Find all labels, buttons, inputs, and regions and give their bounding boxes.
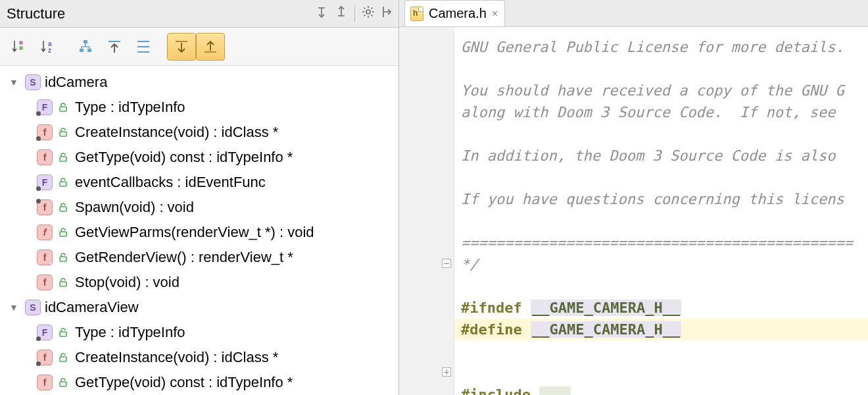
method-icon: f: [37, 149, 53, 165]
tree-label: CreateInstance(void) : idClass *: [75, 124, 278, 141]
tree-member-row[interactable]: fCreateInstance(void) : idClass *: [0, 345, 398, 370]
tree-member-row[interactable]: FType : idTypeInfo: [0, 95, 398, 120]
structure-tree[interactable]: ▼SidCameraFType : idTypeInfofCreateInsta…: [0, 66, 398, 395]
svg-rect-8: [60, 107, 66, 111]
field-icon: F: [37, 99, 53, 115]
fold-collapse-icon[interactable]: [442, 259, 451, 268]
structure-header: Structure: [0, 0, 398, 28]
tree-label: Stop(void) : void: [75, 274, 180, 291]
tree-member-row[interactable]: FeventCallbacks : idEventFunc: [0, 170, 398, 195]
tree-label: GetType(void) const : idTypeInfo *: [75, 149, 293, 166]
svg-rect-11: [60, 182, 66, 186]
svg-rect-17: [60, 357, 66, 361]
show-inherited-button[interactable]: [71, 33, 100, 61]
method-icon: f: [37, 275, 53, 290]
lock-icon: [57, 251, 70, 264]
expand-bottom-button[interactable]: [129, 33, 158, 61]
tree-member-row[interactable]: fGetViewParms(renderView_t *) : void: [0, 220, 398, 245]
svg-rect-14: [60, 257, 66, 261]
tree-member-row[interactable]: fCreateInstance(void) : idClass *: [0, 120, 398, 145]
struct-icon: S: [25, 74, 41, 90]
tree-label: GetRenderView() : renderView_t *: [75, 249, 293, 266]
close-icon[interactable]: ×: [492, 8, 498, 20]
svg-point-2: [19, 46, 23, 50]
svg-rect-12: [60, 207, 66, 211]
lock-icon: [57, 351, 70, 364]
tree-member-row[interactable]: fSpawn(void) : void: [0, 195, 398, 220]
method-icon: f: [37, 250, 53, 265]
lock-icon: [57, 176, 70, 189]
tree-label: Type : idTypeInfo: [75, 99, 185, 116]
chevron-down-icon[interactable]: ▼: [3, 77, 25, 88]
tree-label: Spawn(void) : void: [75, 199, 194, 216]
svg-text:z: z: [48, 47, 51, 54]
lock-icon: [57, 226, 70, 239]
structure-title: Structure: [7, 5, 315, 22]
tree-member-row[interactable]: FType : idTypeInfo: [0, 320, 398, 345]
gear-icon[interactable]: [362, 5, 375, 22]
tree-label: Type : idTypeInfo: [75, 324, 185, 341]
svg-point-1: [19, 41, 23, 45]
structure-panel: Structure az ▼SidCameraFType : idTypeInf…: [0, 0, 399, 395]
tree-member-row[interactable]: fStop(void) : void: [0, 270, 398, 295]
tree-class-row[interactable]: ▼SidCameraView: [0, 295, 398, 320]
svg-rect-7: [87, 49, 91, 52]
tree-label: CreateInstance(void) : idClass *: [75, 349, 278, 366]
divider: [354, 5, 355, 22]
expand-all-icon[interactable]: [315, 5, 328, 22]
field-icon: F: [37, 174, 53, 190]
editor-tab[interactable]: Camera.h ×: [404, 0, 505, 26]
method-icon: f: [37, 375, 53, 390]
sort-alphabetically-button[interactable]: az: [33, 33, 62, 61]
tree-class-row[interactable]: ▼SidCamera: [0, 70, 398, 95]
tree-member-row[interactable]: fGetType(void) const : idTypeInfo *: [0, 370, 398, 395]
svg-rect-9: [60, 132, 66, 136]
header-icons: [315, 5, 393, 22]
chevron-down-icon[interactable]: ▼: [3, 302, 25, 313]
lock-icon: [57, 376, 70, 389]
svg-rect-13: [60, 232, 66, 236]
method-icon: f: [37, 350, 53, 365]
editor-tabbar: Camera.h ×: [399, 0, 868, 26]
sort-by-visibility-button[interactable]: [4, 33, 33, 61]
svg-rect-5: [84, 40, 87, 43]
tree-label: GetType(void) const : idTypeInfo *: [75, 374, 293, 391]
svg-rect-10: [60, 157, 66, 161]
editor-panel: Camera.h × GNU General Public License fo…: [399, 0, 868, 395]
code-area[interactable]: GNU General Public License for more deta…: [454, 27, 868, 395]
header-file-icon: [410, 7, 423, 21]
tree-label: idCameraView: [45, 299, 139, 316]
tree-label: GetViewParms(renderView_t *) : void: [75, 224, 314, 241]
tree-label: idCamera: [45, 74, 107, 91]
svg-rect-18: [60, 382, 66, 386]
svg-rect-15: [60, 282, 66, 286]
lock-icon: [57, 151, 70, 164]
structure-toolbar: az: [0, 28, 398, 66]
method-icon: f: [37, 199, 53, 215]
method-icon: f: [37, 124, 53, 140]
svg-rect-6: [80, 49, 84, 52]
svg-rect-16: [60, 332, 66, 336]
svg-point-0: [366, 10, 370, 14]
tree-member-row[interactable]: fGetType(void) const : idTypeInfo *: [0, 145, 398, 170]
autoscroll-from-source-button[interactable]: [196, 33, 225, 61]
lock-icon: [57, 101, 70, 114]
collapse-all-icon[interactable]: [335, 5, 348, 22]
tab-label: Camera.h: [429, 6, 487, 21]
expand-top-button[interactable]: [100, 33, 129, 61]
lock-icon: [57, 201, 70, 214]
hide-icon[interactable]: [381, 5, 393, 22]
field-icon: F: [37, 325, 53, 340]
tree-member-row[interactable]: fGetRenderView() : renderView_t *: [0, 245, 398, 270]
editor: GNU General Public License for more deta…: [399, 26, 868, 395]
struct-icon: S: [25, 300, 41, 315]
tree-label: eventCallbacks : idEventFunc: [75, 174, 266, 191]
lock-icon: [57, 276, 70, 289]
lock-icon: [57, 326, 70, 339]
method-icon: f: [37, 224, 53, 240]
autoscroll-to-source-button[interactable]: [167, 33, 196, 61]
lock-icon: [57, 126, 70, 139]
editor-gutter[interactable]: [399, 27, 454, 395]
fold-expand-icon[interactable]: [442, 367, 451, 377]
